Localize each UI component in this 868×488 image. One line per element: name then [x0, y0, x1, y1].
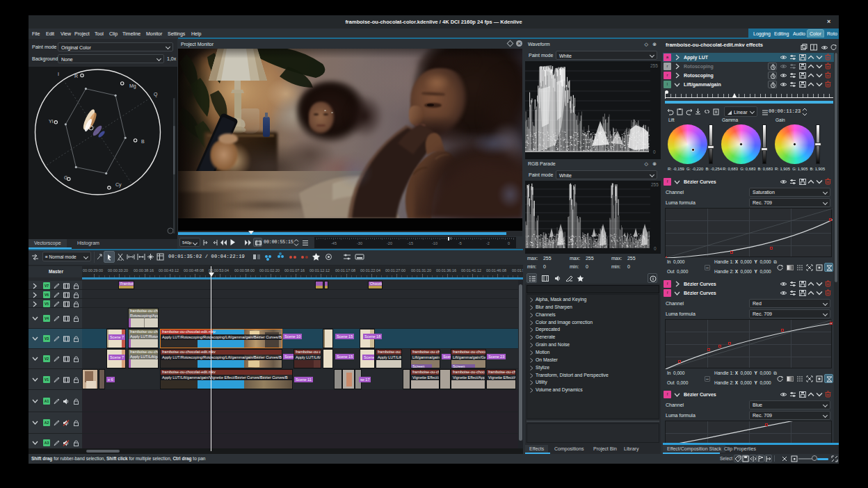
svg-text:I: I: [58, 72, 59, 76]
svg-text:B: B: [141, 139, 145, 144]
svg-text:Yl: Yl: [49, 119, 54, 124]
svg-text:0: 0: [654, 246, 657, 251]
svg-text:R: R: [74, 74, 78, 79]
svg-text:0: 0: [653, 149, 656, 154]
svg-text:Q: Q: [154, 92, 158, 97]
svg-text:255: 255: [651, 182, 659, 187]
svg-text:Cy: Cy: [115, 182, 122, 188]
svg-text:Mg: Mg: [129, 83, 136, 89]
svg-text:255: 255: [650, 63, 658, 68]
